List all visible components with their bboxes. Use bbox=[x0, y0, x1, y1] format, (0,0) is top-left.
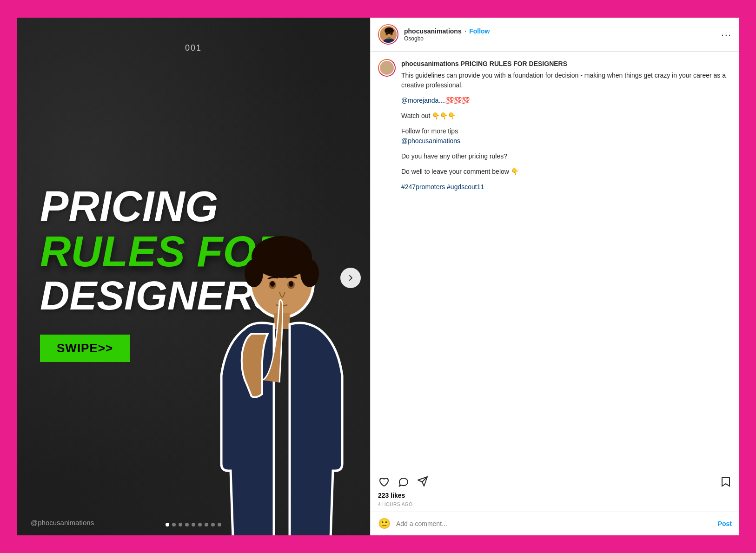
header-user-info: phocusanimations · Follow Osogbo bbox=[404, 27, 721, 42]
likes-count: 223 likes bbox=[371, 492, 739, 501]
caption-mention[interactable]: @morejanda....💯💯💯 bbox=[401, 96, 732, 105]
dot-3[interactable] bbox=[179, 523, 182, 527]
dot-2[interactable] bbox=[172, 523, 176, 527]
caption-body: This guidelines can provide you with a f… bbox=[401, 71, 732, 192]
header-dot-separator: · bbox=[464, 27, 466, 35]
heart-icon bbox=[378, 476, 390, 488]
caption-username[interactable]: phocusanimations bbox=[401, 60, 459, 67]
caption-watch-out: Watch out 👇👇👇 bbox=[401, 111, 732, 121]
comment-button[interactable] bbox=[398, 476, 410, 488]
svg-point-8 bbox=[289, 281, 293, 287]
dot-4[interactable] bbox=[185, 523, 189, 527]
next-slide-button[interactable] bbox=[340, 268, 361, 288]
post-image-panel: 001 PRICING RULES FOR DESIGNERS SWIPE>> bbox=[17, 18, 370, 537]
bookmark-icon bbox=[720, 476, 732, 488]
caption-scroll-area: phocusanimations PRICING RULES FOR DESIG… bbox=[371, 52, 739, 470]
follow-button[interactable]: Follow bbox=[469, 27, 490, 35]
post-watermark: @phocusanimations bbox=[31, 519, 94, 527]
svg-point-4 bbox=[300, 259, 319, 287]
post-details-panel: phocusanimations · Follow Osogbo ··· pho… bbox=[370, 18, 739, 535]
dot-6[interactable] bbox=[198, 523, 202, 527]
dot-7[interactable] bbox=[205, 523, 208, 527]
post-header: phocusanimations · Follow Osogbo ··· bbox=[371, 18, 739, 52]
pricing-heading: PRICING bbox=[40, 185, 347, 228]
emoji-picker-button[interactable]: 🙂 bbox=[378, 518, 391, 530]
user-avatar[interactable] bbox=[378, 24, 398, 45]
post-comment-button[interactable]: Post bbox=[718, 520, 732, 527]
dot-8[interactable] bbox=[211, 523, 215, 527]
post-timestamp: 4 HOURS AGO bbox=[371, 501, 739, 512]
paper-plane-icon bbox=[417, 476, 429, 488]
slide-dots bbox=[166, 523, 221, 527]
caption-para1: This guidelines can provide you with a f… bbox=[401, 71, 732, 90]
caption-question1: Do you have any other pricing rules? bbox=[401, 151, 732, 161]
svg-point-15 bbox=[386, 33, 388, 35]
instagram-post-modal: 001 PRICING RULES FOR DESIGNERS SWIPE>> bbox=[15, 16, 741, 537]
caption-title: PRICING RULES FOR DESIGNERS bbox=[461, 60, 567, 67]
caption-follow-line: Follow for more tips bbox=[401, 126, 732, 136]
caption-hashtags[interactable]: #247promoters #ugdscout11 bbox=[401, 182, 732, 192]
post-actions-row bbox=[371, 470, 739, 492]
header-username[interactable]: phocusanimations bbox=[404, 27, 462, 35]
svg-point-3 bbox=[245, 259, 263, 287]
caption-follow-handle[interactable]: @phocusanimations bbox=[401, 136, 732, 146]
caption-row: phocusanimations PRICING RULES FOR DESIG… bbox=[378, 59, 732, 192]
caption-content: phocusanimations PRICING RULES FOR DESIG… bbox=[401, 59, 732, 192]
share-button[interactable] bbox=[417, 476, 429, 488]
save-button[interactable] bbox=[720, 476, 732, 488]
dot-1[interactable] bbox=[166, 523, 169, 527]
header-location: Osogbo bbox=[404, 35, 721, 42]
svg-point-7 bbox=[270, 281, 275, 287]
person-illustration bbox=[207, 222, 356, 537]
comment-input[interactable] bbox=[396, 520, 712, 527]
caption-question2: Do well to leave your comment below 👇 bbox=[401, 167, 732, 177]
dot-9[interactable] bbox=[218, 523, 221, 527]
caption-avatar[interactable] bbox=[378, 59, 396, 77]
more-options-button[interactable]: ··· bbox=[721, 29, 732, 40]
comment-input-row: 🙂 Post bbox=[371, 512, 739, 535]
speech-bubble-icon bbox=[398, 476, 410, 488]
dot-5[interactable] bbox=[192, 523, 195, 527]
swipe-button: SWIPE>> bbox=[40, 335, 130, 362]
like-button[interactable] bbox=[378, 476, 390, 488]
svg-point-16 bbox=[391, 33, 392, 35]
